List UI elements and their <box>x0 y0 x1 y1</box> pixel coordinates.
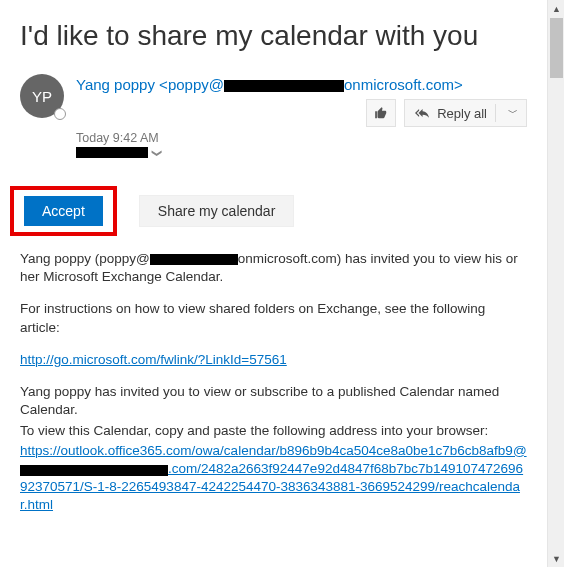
expand-recipients-icon[interactable]: ❯ <box>152 149 163 157</box>
email-timestamp: Today 9:42 AM <box>76 131 527 145</box>
email-body: Yang poppy (poppy@onmicrosoft.com) has i… <box>20 250 527 515</box>
button-separator <box>495 104 496 122</box>
reply-all-button[interactable]: Reply all ﹀ <box>404 99 527 127</box>
redacted-inline <box>150 254 238 265</box>
link2a: https://outlook.office365.com/owa/calend… <box>20 443 527 458</box>
highlight-annotation: Accept <box>10 186 117 236</box>
share-my-calendar-button[interactable]: Share my calendar <box>139 195 295 227</box>
reply-all-icon <box>415 106 429 120</box>
body-p2: For instructions on how to view shared f… <box>20 300 527 336</box>
thumbs-up-icon <box>374 106 388 120</box>
body-p4: To view this Calendar, copy and paste th… <box>20 422 527 440</box>
body-p3: Yang poppy has invited you to view or su… <box>20 383 527 419</box>
scrollbar-thumb[interactable] <box>550 18 563 78</box>
redacted-block <box>224 80 344 92</box>
body-p1a: Yang poppy (poppy@ <box>20 251 150 266</box>
redacted-inline <box>20 465 168 476</box>
scroll-down-button[interactable]: ▼ <box>548 550 564 567</box>
sender-name-suffix: onmicrosoft.com> <box>344 76 463 93</box>
accept-button[interactable]: Accept <box>24 196 103 226</box>
like-button[interactable] <box>366 99 396 127</box>
calendar-url-link[interactable]: https://outlook.office365.com/owa/calend… <box>20 443 527 513</box>
sender-name-prefix: Yang poppy <poppy@ <box>76 76 224 93</box>
scrollbar-track[interactable]: ▲ ▼ <box>547 0 564 567</box>
instructions-link[interactable]: http://go.microsoft.com/fwlink/?LinkId=5… <box>20 352 287 367</box>
reply-all-label: Reply all <box>437 106 487 121</box>
presence-indicator <box>54 108 66 120</box>
scroll-up-button[interactable]: ▲ <box>548 0 564 17</box>
sender-line[interactable]: Yang poppy <poppy@onmicrosoft.com> <box>76 76 527 93</box>
avatar-initials: YP <box>32 88 52 105</box>
email-subject: I'd like to share my calendar with you <box>20 20 527 52</box>
redacted-recipient <box>76 147 148 158</box>
chevron-down-icon[interactable]: ﹀ <box>504 106 522 120</box>
avatar[interactable]: YP <box>20 74 64 118</box>
